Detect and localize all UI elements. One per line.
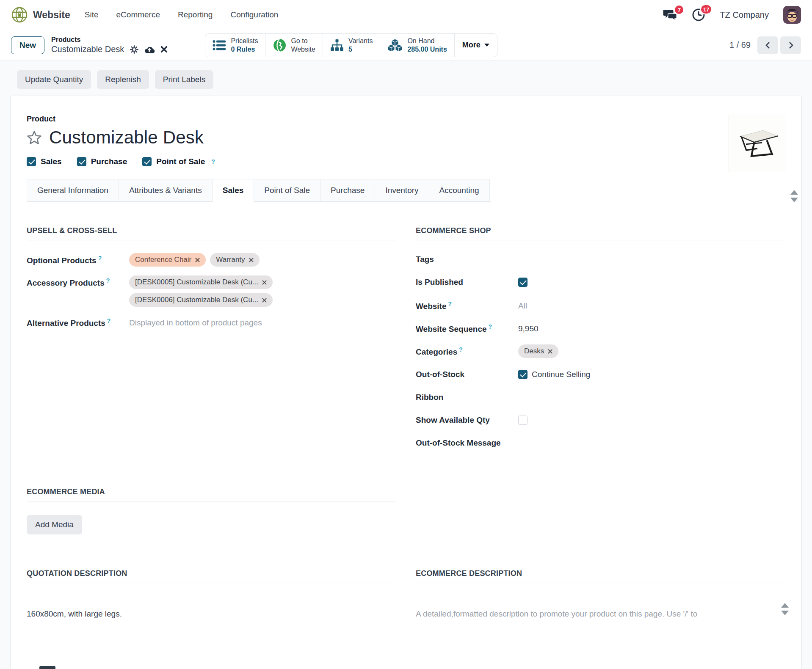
- scroll-up-arrow[interactable]: [781, 603, 789, 608]
- tab-purchase[interactable]: Purchase: [320, 179, 375, 201]
- out-of-stock-row: Out-of-Stock Continue Selling: [416, 368, 784, 381]
- green-globe-icon: [273, 39, 286, 52]
- pager-previous-button[interactable]: [757, 36, 778, 54]
- show-available-qty-checkbox[interactable]: [518, 416, 528, 425]
- breadcrumb-products-link[interactable]: Products: [51, 36, 168, 44]
- replenish-button[interactable]: Replenish: [97, 70, 149, 89]
- add-media-button[interactable]: Add Media: [27, 515, 82, 534]
- out-of-stock-message-row: Out-of-Stock Message: [416, 437, 784, 449]
- nav-item-ecommerce[interactable]: eCommerce: [116, 10, 160, 19]
- favorite-star-icon[interactable]: [27, 130, 42, 145]
- quotation-description-field[interactable]: 160x80cm, with large legs.: [27, 609, 395, 619]
- sheet-scroll-arrows: [790, 190, 798, 202]
- print-labels-button[interactable]: Print Labels: [155, 70, 213, 89]
- activities-badge: 17: [700, 4, 712, 14]
- user-avatar[interactable]: [783, 6, 801, 24]
- top-menu: Site eCommerce Reporting Configuration: [85, 10, 279, 19]
- continue-selling-label: Continue Selling: [532, 370, 590, 379]
- tag-warranty[interactable]: Warranty: [210, 253, 259, 267]
- variants-label: Variants: [348, 37, 373, 45]
- optional-products-field[interactable]: Conference Chair Warranty: [129, 253, 395, 267]
- website-sequence-label: Website Sequence?: [416, 322, 518, 334]
- tag-desks[interactable]: Desks: [518, 344, 558, 358]
- control-panel: New Products Customizable Desk: [0, 30, 812, 61]
- nav-item-configuration[interactable]: Configuration: [230, 10, 278, 19]
- partially-visible-element: [39, 666, 55, 669]
- nav-item-site[interactable]: Site: [85, 10, 99, 19]
- navbar-right: 7 17 TZ Company: [663, 6, 801, 24]
- pricelist-list-icon: [213, 40, 226, 51]
- tab-inventory[interactable]: Inventory: [375, 179, 429, 201]
- tab-accounting[interactable]: Accounting: [429, 179, 490, 201]
- categories-row: Categories? Desks: [416, 344, 784, 358]
- product-form-sheet: Product Customizable Desk Sales Purchase…: [10, 96, 802, 669]
- continue-selling-checkbox[interactable]: [518, 370, 528, 379]
- update-quantity-button[interactable]: Update Quantity: [17, 70, 91, 89]
- tag-remove-icon[interactable]: [262, 280, 267, 285]
- app-name[interactable]: Website: [33, 9, 70, 21]
- tag-remove-icon[interactable]: [548, 349, 552, 354]
- tag-conference-chair[interactable]: Conference Chair: [129, 253, 206, 267]
- tab-point-of-sale[interactable]: Point of Sale: [254, 179, 320, 201]
- apps-menu-button[interactable]: Website: [11, 6, 70, 23]
- purchase-checkbox[interactable]: [77, 157, 86, 166]
- is-published-checkbox[interactable]: [518, 278, 528, 287]
- stat-button-on-hand[interactable]: On Hand 285.00 Units: [380, 34, 454, 57]
- categories-field[interactable]: Desks: [518, 344, 784, 358]
- sales-checkbox[interactable]: [27, 157, 36, 166]
- point-of-sale-checkbox[interactable]: [142, 157, 152, 166]
- description-scroll-arrows: [781, 603, 789, 615]
- product-image[interactable]: [729, 115, 786, 172]
- tag-desk0005[interactable]: [DESK0005] Customizable Desk (Cu...: [129, 275, 273, 289]
- help-icon: ?: [489, 323, 492, 330]
- out-of-stock-message-field[interactable]: [518, 437, 784, 449]
- notebook-tabs: General Information Attributes & Variant…: [27, 179, 490, 202]
- tag-label: [DESK0005] Customizable Desk (Cu...: [135, 278, 258, 286]
- tag-desk0006[interactable]: [DESK0006] Customizable Desk (Cu...: [129, 293, 273, 307]
- stat-button-go-to-website[interactable]: Go to Website: [265, 34, 323, 57]
- tags-field[interactable]: [518, 253, 784, 266]
- discard-x-icon[interactable]: [160, 46, 168, 53]
- scroll-up-arrow[interactable]: [790, 190, 798, 195]
- is-published-row: Is Published: [416, 276, 784, 289]
- tag-remove-icon[interactable]: [195, 258, 200, 262]
- purchase-checkbox-label: Purchase: [91, 157, 127, 166]
- accessory-products-field[interactable]: [DESK0005] Customizable Desk (Cu... [DES…: [129, 275, 395, 307]
- website-field[interactable]: All: [518, 300, 527, 311]
- tab-sales[interactable]: Sales: [213, 179, 254, 201]
- ribbon-row: Ribbon: [416, 391, 784, 404]
- tag-label: Desks: [524, 347, 544, 355]
- chevron-down-icon: [484, 44, 489, 47]
- stat-button-variants[interactable]: Variants 5: [323, 34, 380, 57]
- scroll-down-arrow[interactable]: [790, 198, 798, 202]
- action-button-bar: Update Quantity Replenish Print Labels: [0, 61, 812, 96]
- more-button[interactable]: More: [454, 34, 497, 57]
- save-cloud-icon[interactable]: [144, 45, 155, 54]
- settings-gear-icon[interactable]: [130, 45, 138, 54]
- ribbon-field[interactable]: [518, 391, 784, 404]
- pager-count: 1 / 69: [729, 40, 751, 50]
- tag-remove-icon[interactable]: [249, 258, 254, 262]
- scroll-down-arrow[interactable]: [781, 611, 789, 615]
- company-menu[interactable]: TZ Company: [720, 10, 769, 20]
- tag-label: Conference Chair: [135, 256, 191, 264]
- website-sequence-field[interactable]: 9,950: [518, 323, 539, 333]
- tags-row: Tags: [416, 253, 784, 266]
- accessory-products-row: Accessory Products? [DESK0005] Customiza…: [27, 275, 395, 307]
- alternative-products-field[interactable]: Displayed in bottom of product pages: [129, 317, 262, 328]
- messages-button[interactable]: 7: [663, 8, 677, 21]
- stat-button-pricelists[interactable]: Pricelists 0 Rules: [205, 34, 265, 57]
- pager-next-button[interactable]: [780, 36, 801, 54]
- activities-button[interactable]: 17: [692, 8, 705, 22]
- new-button[interactable]: New: [11, 36, 44, 54]
- alternative-products-row: Alternative Products? Displayed in botto…: [27, 316, 395, 328]
- product-name-input[interactable]: Customizable Desk: [49, 127, 204, 148]
- nav-item-reporting[interactable]: Reporting: [178, 10, 213, 19]
- tab-general-information[interactable]: General Information: [27, 179, 119, 201]
- help-icon: ?: [106, 277, 110, 284]
- tag-remove-icon[interactable]: [262, 298, 267, 303]
- tab-attributes-variants[interactable]: Attributes & Variants: [119, 179, 213, 201]
- go-to-label: Go to: [291, 37, 315, 45]
- ecommerce-description-field[interactable]: A detailed,formatted description to prom…: [416, 609, 784, 619]
- stat-button-group: Pricelists 0 Rules Go to Website: [205, 33, 497, 57]
